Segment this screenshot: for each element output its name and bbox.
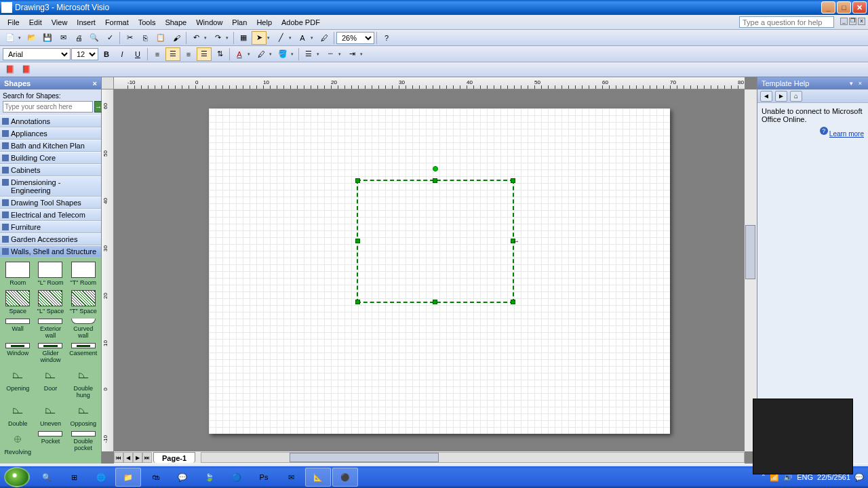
stencil-bath-kitchen[interactable]: Bath and Kitchen Plan — [0, 140, 101, 152]
taskbar-search-icon[interactable]: 🔍 — [34, 468, 60, 487]
help-home-button[interactable]: ⌂ — [790, 91, 802, 102]
taskbar-store-icon[interactable]: 🛍 — [142, 468, 168, 487]
taskbar-visio-icon[interactable]: 📐 — [305, 468, 331, 487]
underline-button[interactable]: U — [130, 47, 145, 61]
canvas-viewport[interactable]: ↔ — [114, 89, 745, 451]
page-nav-next[interactable]: ▶ — [133, 452, 142, 463]
resize-handle-ne[interactable] — [511, 178, 515, 183]
distribute-button[interactable]: ⇅ — [212, 47, 227, 61]
page-nav-last[interactable]: ⏭ — [142, 452, 152, 463]
shapes-search-input[interactable] — [3, 101, 93, 113]
pdf-convert-button[interactable]: 📕 — [3, 63, 18, 77]
menu-insert[interactable]: Insert — [72, 17, 100, 28]
taskbar-mail-icon[interactable]: ✉ — [278, 468, 304, 487]
shape-dblpocket[interactable]: Double pocket — [68, 430, 98, 457]
stencil-appliances[interactable]: Appliances — [0, 127, 101, 140]
stencil-shapes-grid[interactable]: Room"L" Room"T" RoomSpace"L" Space"T" Sp… — [0, 258, 101, 464]
format-painter-button[interactable]: 🖌 — [169, 31, 184, 45]
stencil-annotations[interactable]: Annotations — [0, 115, 101, 127]
stencil-cabinets[interactable]: Cabinets — [0, 164, 101, 176]
stencil-furniture[interactable]: Furniture — [0, 221, 101, 233]
undo-button[interactable]: ↶ — [189, 31, 203, 45]
taskbar-app1-icon[interactable]: 🍃 — [197, 468, 222, 487]
print-button[interactable]: 🖨 — [71, 31, 86, 45]
resize-handle-s[interactable] — [433, 300, 437, 304]
align-right-button[interactable]: ≡ — [181, 47, 196, 61]
taskbar-explorer-icon[interactable]: 📁 — [115, 468, 141, 487]
shape-window[interactable]: Window — [3, 342, 33, 365]
shape-glider[interactable]: Glider window — [35, 342, 65, 365]
start-button[interactable] — [4, 467, 30, 487]
help-back-button[interactable]: ◄ — [760, 91, 772, 102]
font-combo[interactable]: Arial — [3, 48, 71, 60]
italic-button[interactable]: I — [115, 47, 130, 61]
menu-view[interactable]: View — [47, 17, 73, 28]
shape-pocket[interactable]: Pocket — [35, 430, 65, 457]
zoom-combo[interactable]: 26% — [336, 32, 374, 44]
menu-adobepdf[interactable]: Adobe PDF — [277, 17, 325, 28]
drawing-page[interactable]: ↔ — [209, 108, 670, 434]
page-nav-prev[interactable]: ◀ — [123, 452, 133, 463]
resize-handle-nw[interactable] — [355, 178, 360, 183]
copy-button[interactable]: ⎘ — [138, 31, 153, 45]
resize-handle-se[interactable] — [511, 300, 515, 304]
shape-space[interactable]: Space — [3, 289, 33, 316]
tray-clock[interactable]: 22/5/2561 — [817, 474, 850, 481]
shape-lspace[interactable]: "L" Space — [35, 289, 65, 316]
shape-curvedwall[interactable]: Curved wall — [68, 317, 98, 340]
maximize-button[interactable]: □ — [837, 1, 851, 14]
stencil-building-core[interactable]: Building Core — [0, 152, 101, 164]
open-button[interactable]: 📂 — [24, 31, 39, 45]
menu-tools[interactable]: Tools — [134, 17, 161, 28]
resize-handle-w[interactable] — [355, 239, 360, 243]
line-ends-button[interactable]: ⇥ — [344, 47, 359, 61]
align-center-button[interactable]: ☰ — [165, 47, 180, 61]
paste-button[interactable]: 📋 — [153, 31, 168, 45]
doc-minimize-button[interactable]: _ — [840, 18, 848, 25]
pointer-tool-button[interactable]: ➤ — [252, 31, 267, 45]
align-justify-button[interactable]: ☰ — [197, 47, 212, 61]
shapes-panel-close[interactable]: × — [93, 79, 97, 87]
shape-dblhung[interactable]: Double hung — [68, 366, 98, 400]
stencil-garden[interactable]: Garden Accessories — [0, 233, 101, 245]
align-left-button[interactable]: ≡ — [150, 47, 165, 61]
pdf-convert-email-button[interactable]: 📕 — [19, 63, 34, 77]
bold-button[interactable]: B — [99, 47, 114, 61]
page-nav-first[interactable]: ⏮ — [114, 452, 123, 463]
shape-opening[interactable]: Opening — [3, 366, 33, 400]
shape-opposing[interactable]: Opposing — [68, 401, 98, 428]
line-color-button[interactable]: 🖊 — [254, 47, 269, 61]
shape-room[interactable]: Room — [3, 260, 33, 287]
fill-color-button[interactable]: 🪣 — [275, 47, 290, 61]
shape-lroom[interactable]: "L" Room — [35, 260, 65, 287]
vertical-scrollbar[interactable] — [745, 89, 757, 451]
text-tool-button[interactable]: A — [295, 31, 310, 45]
line-pattern-button[interactable]: ┄ — [323, 47, 338, 61]
taskbar-edge-icon[interactable]: 🌐 — [88, 468, 114, 487]
menu-file[interactable]: File — [3, 17, 24, 28]
stencil-electrical[interactable]: Electrical and Telecom — [0, 209, 101, 221]
stencil-drawing-tools[interactable]: Drawing Tool Shapes — [0, 197, 101, 209]
stencil-dimensioning[interactable]: Dimensioning - Engineering — [0, 176, 101, 197]
horizontal-scrollbar[interactable] — [201, 452, 745, 463]
connector-tool-button[interactable]: ╱ — [273, 31, 288, 45]
shape-casement[interactable]: Casement — [68, 342, 98, 365]
shape-double[interactable]: Double — [3, 401, 33, 428]
shape-troom[interactable]: "T" Room — [68, 260, 98, 287]
taskbar-taskview-icon[interactable]: ⊞ — [61, 468, 87, 487]
menu-plan[interactable]: Plan — [227, 17, 252, 28]
help-panel-close[interactable]: × — [856, 80, 864, 87]
help-button[interactable]: ? — [379, 31, 394, 45]
help-forward-button[interactable]: ► — [775, 91, 787, 102]
taskbar-chrome-icon[interactable]: 🔵 — [224, 468, 250, 487]
resize-handle-sw[interactable] — [355, 300, 360, 304]
menu-help[interactable]: Help — [252, 17, 277, 28]
menu-window[interactable]: Window — [191, 17, 227, 28]
shape-door[interactable]: Door — [35, 366, 65, 400]
shape-extwall[interactable]: Exterior wall — [35, 317, 65, 340]
menu-format[interactable]: Format — [100, 17, 134, 28]
page-tab-1[interactable]: Page-1 — [153, 452, 195, 463]
redo-button[interactable]: ↷ — [210, 31, 225, 45]
font-color-button[interactable]: A — [232, 47, 247, 61]
taskbar-obs-icon[interactable]: ⚫ — [332, 468, 358, 487]
